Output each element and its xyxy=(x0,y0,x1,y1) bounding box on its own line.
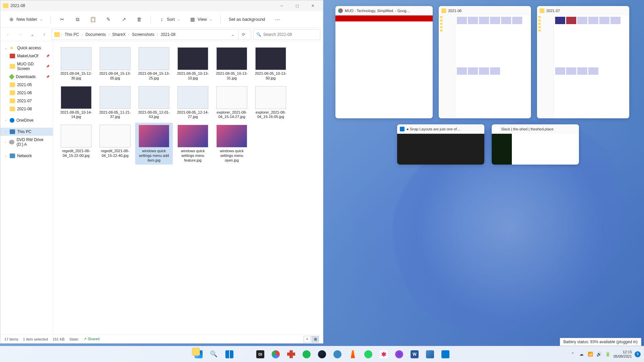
sidebar-item-downloads[interactable]: Downloads 📌 xyxy=(0,73,53,81)
taskbar-app-slack[interactable] xyxy=(377,348,390,361)
taskbar-app-vscode[interactable] xyxy=(439,348,452,361)
tray-overflow-button[interactable]: ⌃ xyxy=(570,351,576,357)
taskbar-app-firefox[interactable] xyxy=(392,348,406,361)
recent-locations-button[interactable]: ⌄ xyxy=(27,29,37,40)
file-item[interactable]: windows quick settings menu open.jpg xyxy=(213,123,251,165)
file-item[interactable]: 2021-08-05_10-13-10.jpg xyxy=(174,45,212,83)
window-thumbnail-explorer-2021-07[interactable]: 2021-07 xyxy=(537,6,629,118)
search-input[interactable] xyxy=(263,32,317,37)
onedrive-tray-icon[interactable]: ☁ xyxy=(579,351,585,357)
thumbnail-preview xyxy=(335,15,433,118)
back-button[interactable]: ← xyxy=(3,29,13,40)
rename-button[interactable]: ✎ xyxy=(102,14,115,24)
breadcrumb[interactable]: › This PC › Documents › ShareX › Screens… xyxy=(51,29,251,40)
taskbar-app-di[interactable]: DI xyxy=(254,348,267,361)
window-thumbnail-vscode[interactable]: ● Snap Layouts are just one of… xyxy=(397,124,484,165)
taskbar-app-sharex[interactable] xyxy=(423,348,437,361)
file-item[interactable]: 2021-08-05_11-21-37.jpg xyxy=(96,84,134,122)
file-item[interactable]: regedit_2021-08-04_15-22-40.jpg xyxy=(96,123,134,165)
file-item[interactable]: regedit_2021-08-04_15-22-00.jpg xyxy=(57,123,95,165)
sort-button[interactable]: ↕ Sort ⌄ xyxy=(155,14,183,24)
task-view-button[interactable] xyxy=(223,348,236,361)
file-item[interactable]: 2021-08-05_12-01-53.jpg xyxy=(135,84,173,122)
slack-icon xyxy=(380,350,388,358)
taskbar-app-word[interactable]: W xyxy=(408,348,421,361)
sidebar-label: MakeUseOf xyxy=(17,54,38,58)
set-as-background-button[interactable]: Set as background xyxy=(225,15,268,24)
window-thumbnail-slack[interactable]: Slack | the-shed | theshed.place xyxy=(492,124,579,165)
clock[interactable]: 12:15 05/08/2021 xyxy=(613,350,632,358)
sidebar-item-2021-05[interactable]: 2021-05 xyxy=(0,81,53,89)
sidebar-item-2021-07[interactable]: 2021-07 xyxy=(0,97,53,105)
taskbar-app-qbittorrent[interactable] xyxy=(331,348,344,361)
battery-tray-icon[interactable]: 🔋 xyxy=(605,351,611,357)
minimize-button[interactable]: ─ xyxy=(274,0,289,11)
search-button[interactable]: 🔍 xyxy=(207,348,221,361)
file-item[interactable]: windows quick settings menu feature.jpg xyxy=(174,123,212,165)
file-item[interactable]: 2021-08-04_15-13-05.jpg xyxy=(96,45,134,83)
file-name-label: 2021-08-05_11-21-37.jpg xyxy=(97,110,133,120)
sidebar-item-muo-gd[interactable]: MUO GD Screen 📌 xyxy=(0,60,53,73)
breadcrumb-item[interactable]: ShareX xyxy=(111,32,127,38)
view-button[interactable]: ▦ View ⌄ xyxy=(186,14,216,24)
taskbar-app-chrome[interactable] xyxy=(269,348,282,361)
chevron-right-icon: › xyxy=(4,119,8,122)
file-grid[interactable]: 2021-08-04_15-12-30.jpg2021-08-04_15-13-… xyxy=(53,41,323,335)
breadcrumb-item[interactable]: This PC xyxy=(63,32,80,38)
file-item[interactable]: 2021-08-05_12-14-27.jpg xyxy=(174,84,212,122)
file-item[interactable]: 2021-08-05_10-13-31.jpg xyxy=(213,45,251,83)
up-button[interactable]: ↑ xyxy=(39,29,49,40)
sidebar-label: 2021-05 xyxy=(17,82,32,87)
sidebar-item-2021-08[interactable]: 2021-08 xyxy=(0,105,53,113)
ellipsis-icon: ⋯ xyxy=(274,16,280,22)
taskbar-app-vlc[interactable] xyxy=(346,348,360,361)
close-button[interactable]: ✕ xyxy=(305,0,320,11)
new-folder-button[interactable]: ⊕ New folder ⌄ xyxy=(5,14,46,24)
titlebar[interactable]: 2021-08 ─ ▢ ✕ xyxy=(0,0,323,11)
taskbar-app-spotify[interactable] xyxy=(300,348,313,361)
taskbar-app-explorer[interactable] xyxy=(238,348,252,361)
file-item[interactable]: explorer_2021-08-04_15-16-05.jpg xyxy=(252,84,289,122)
copy-button[interactable]: ⧉ xyxy=(71,14,84,24)
folder-icon xyxy=(54,32,60,37)
thumbnail-title: Slack | the-shed | theshed.place xyxy=(501,127,553,131)
taskbar-app-steam[interactable] xyxy=(315,348,329,361)
wifi-tray-icon[interactable]: 📶 xyxy=(587,351,593,357)
breadcrumb-item[interactable]: Screenshots xyxy=(130,32,156,38)
more-button[interactable]: ⋯ xyxy=(271,14,284,24)
maximize-button[interactable]: ▢ xyxy=(289,0,305,11)
details-view-button[interactable]: ≡ xyxy=(304,336,311,343)
file-item[interactable]: explorer_2021-08-04_15-14-27.jpg xyxy=(213,84,251,122)
breadcrumb-item[interactable]: 2021-08 xyxy=(159,32,177,38)
thumbnails-view-button[interactable]: ▦ xyxy=(312,336,319,343)
paste-button[interactable]: 📋 xyxy=(87,14,99,24)
file-thumbnail xyxy=(100,86,130,109)
file-item[interactable]: 2021-08-04_15-13-25.jpg xyxy=(135,45,173,83)
taskbar-app-extension[interactable] xyxy=(284,348,298,361)
sidebar-item-2021-06[interactable]: 2021-06 xyxy=(0,89,53,97)
sidebar-quick-access[interactable]: ⌄ ★ Quick access xyxy=(0,44,53,52)
sidebar-item-makeuseof[interactable]: MakeUseOf 📌 xyxy=(0,52,53,60)
file-item[interactable]: windows quick settings menu add item.jpg xyxy=(135,123,173,165)
folder-icon xyxy=(10,64,15,69)
file-item[interactable]: 2021-08-05_10-13-50.jpg xyxy=(252,45,289,83)
volume-tray-icon[interactable]: 🔊 xyxy=(596,351,602,357)
share-button[interactable]: ↗ xyxy=(117,14,130,24)
file-item[interactable]: 2021-08-05_10-14-14.jpg xyxy=(57,84,95,122)
window-thumbnail-chrome[interactable]: MUO - Technology, Simplified. - Goog… xyxy=(335,6,433,118)
sidebar-network[interactable]: › Network xyxy=(0,152,53,160)
search-box[interactable]: 🔍 xyxy=(253,29,320,40)
sidebar-this-pc[interactable]: › This PC xyxy=(0,128,53,136)
refresh-button[interactable]: ⟳ xyxy=(238,29,248,40)
notification-badge[interactable]: 9 xyxy=(635,351,641,357)
sidebar-onedrive[interactable]: › OneDrive xyxy=(0,116,53,124)
forward-button[interactable]: → xyxy=(15,29,25,40)
delete-button[interactable]: 🗑 xyxy=(133,14,146,24)
window-thumbnail-explorer-2021-06[interactable]: 2021-06 xyxy=(439,6,531,118)
address-dropdown-button[interactable]: ⌄ xyxy=(229,32,237,37)
sidebar-dvd-drive[interactable]: › DVD RW Drive (D:) A xyxy=(0,136,53,148)
file-item[interactable]: 2021-08-04_15-12-30.jpg xyxy=(57,45,95,83)
cut-button[interactable]: ✂ xyxy=(56,14,68,24)
taskbar-app-whatsapp[interactable] xyxy=(362,348,375,361)
breadcrumb-item[interactable]: Documents xyxy=(84,32,107,38)
